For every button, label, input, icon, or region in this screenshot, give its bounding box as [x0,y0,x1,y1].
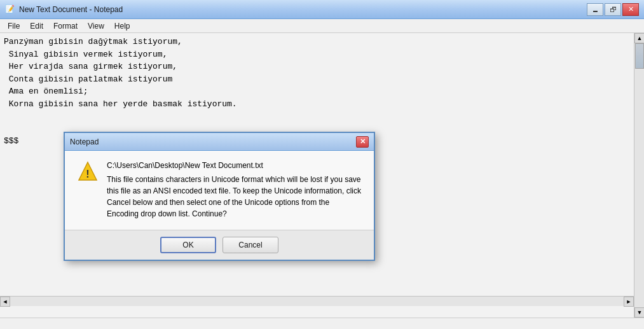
close-button[interactable]: ✕ [622,3,639,16]
window-title: New Text Document - Notepad [19,5,123,14]
menu-format[interactable]: Format [48,20,83,32]
dialog-close-button[interactable]: ✕ [356,136,369,148]
dialog-filename: C:\Users\Can\Desktop\New Text Document.t… [107,161,361,170]
cancel-button[interactable]: Cancel [223,237,278,253]
dialog: Notepad ✕ ! C:\Users\Can\Desktop\New Tex… [64,132,375,261]
restore-button[interactable]: 🗗 [605,3,621,16]
ok-button[interactable]: OK [160,237,216,253]
modal-overlay: Notepad ✕ ! C:\Users\Can\Desktop\New Tex… [0,33,644,318]
menu-file[interactable]: File [3,20,25,32]
svg-text:!: ! [86,169,89,179]
warning-icon: ! [78,161,98,181]
dialog-footer: OK Cancel [65,230,374,260]
dialog-title-bar: Notepad ✕ [65,133,374,151]
menu-help[interactable]: Help [109,20,135,32]
dialog-text-block: C:\Users\Can\Desktop\New Text Document.t… [107,161,361,220]
app-icon: 📝 [5,4,15,15]
status-bar [0,318,644,329]
title-bar: 📝 New Text Document - Notepad 🗕 🗗 ✕ [0,0,644,19]
menu-bar: File Edit Format View Help [0,19,644,33]
menu-edit[interactable]: Edit [25,20,48,32]
dialog-body: ! C:\Users\Can\Desktop\New Text Document… [65,151,374,230]
title-bar-left: 📝 New Text Document - Notepad [5,4,123,15]
notepad-body: Panzýman gibisin dağýtmak istiyorum, Sin… [0,33,644,318]
menu-view[interactable]: View [83,20,109,32]
minimize-button[interactable]: 🗕 [587,3,603,16]
title-bar-buttons: 🗕 🗗 ✕ [587,3,639,16]
dialog-title: Notepad [70,137,99,146]
dialog-message: This file contains characters in Unicode… [107,174,361,220]
